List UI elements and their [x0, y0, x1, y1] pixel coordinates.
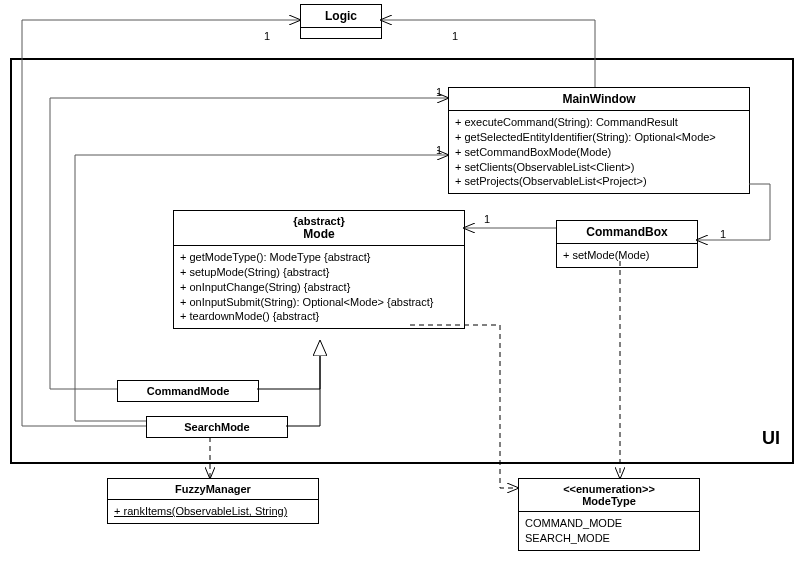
class-mainwindow-title: MainWindow [449, 88, 749, 110]
enum-value: COMMAND_MODE [525, 516, 693, 531]
class-mode-methods: + getModeType(): ModeType {abstract} + s… [174, 245, 464, 328]
class-logic-body [301, 27, 381, 38]
class-modetype-stereotype: <<enumeration>> [519, 479, 699, 495]
class-commandmode: CommandMode [117, 380, 259, 402]
multiplicity: 1 [436, 144, 442, 156]
class-commandbox-methods: + setMode(Mode) [557, 243, 697, 267]
class-searchmode-title: SearchMode [147, 417, 287, 437]
multiplicity: 1 [452, 30, 458, 42]
class-logic: Logic [300, 4, 382, 39]
method: + setMode(Mode) [563, 248, 691, 263]
enum-value: SEARCH_MODE [525, 531, 693, 546]
class-logic-title: Logic [301, 5, 381, 27]
method: + onInputChange(String) {abstract} [180, 280, 458, 295]
class-mode: {abstract} Mode + getModeType(): ModeTyp… [173, 210, 465, 329]
method: + setProjects(ObservableList<Project>) [455, 174, 743, 189]
method: + setClients(ObservableList<Client>) [455, 160, 743, 175]
multiplicity: 1 [264, 30, 270, 42]
method: + getSelectedEntityIdentifier(String): O… [455, 130, 743, 145]
class-commandbox-title: CommandBox [557, 221, 697, 243]
method: + executeCommand(String): CommandResult [455, 115, 743, 130]
method: + setupMode(String) {abstract} [180, 265, 458, 280]
class-mode-stereotype: {abstract} [174, 211, 464, 227]
class-modetype-title: ModeType [519, 495, 699, 511]
multiplicity: 1 [484, 213, 490, 225]
class-mode-title: Mode [174, 227, 464, 245]
class-commandbox: CommandBox + setMode(Mode) [556, 220, 698, 268]
class-commandmode-title: CommandMode [118, 381, 258, 401]
class-mainwindow-methods: + executeCommand(String): CommandResult … [449, 110, 749, 193]
multiplicity: 1 [436, 86, 442, 98]
method: + setCommandBoxMode(Mode) [455, 145, 743, 160]
method: + onInputSubmit(String): Optional<Mode> … [180, 295, 458, 310]
method: + getModeType(): ModeType {abstract} [180, 250, 458, 265]
class-fuzzymanager-methods: + rankItems(ObservableList, String) [108, 499, 318, 523]
ui-frame-label: UI [762, 428, 780, 449]
class-mainwindow: MainWindow + executeCommand(String): Com… [448, 87, 750, 194]
class-searchmode: SearchMode [146, 416, 288, 438]
class-fuzzymanager-title: FuzzyManager [108, 479, 318, 499]
multiplicity: 1 [720, 228, 726, 240]
class-modetype: <<enumeration>> ModeType COMMAND_MODE SE… [518, 478, 700, 551]
class-modetype-values: COMMAND_MODE SEARCH_MODE [519, 511, 699, 550]
class-fuzzymanager: FuzzyManager + rankItems(ObservableList,… [107, 478, 319, 524]
method: + rankItems(ObservableList, String) [114, 504, 312, 519]
method: + teardownMode() {abstract} [180, 309, 458, 324]
